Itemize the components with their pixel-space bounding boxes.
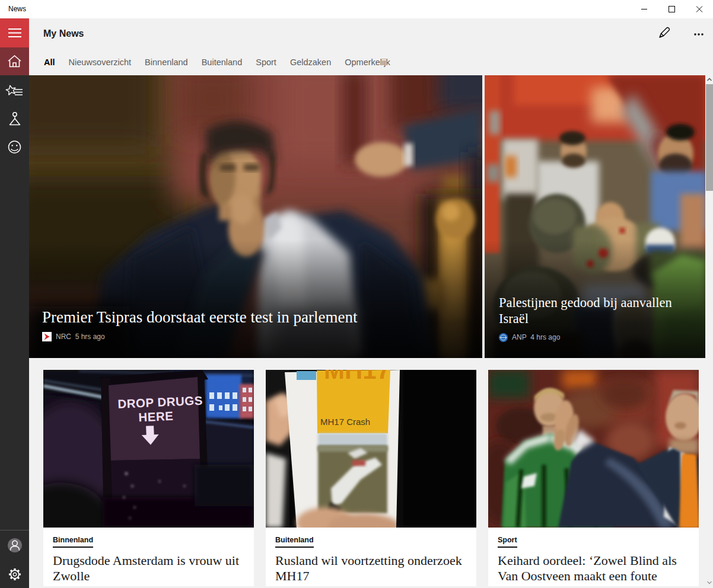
svg-text:HERE: HERE	[138, 409, 174, 424]
svg-text:MH17: MH17	[324, 370, 390, 384]
svg-text:MH17 Crash: MH17 Crash	[320, 417, 370, 427]
